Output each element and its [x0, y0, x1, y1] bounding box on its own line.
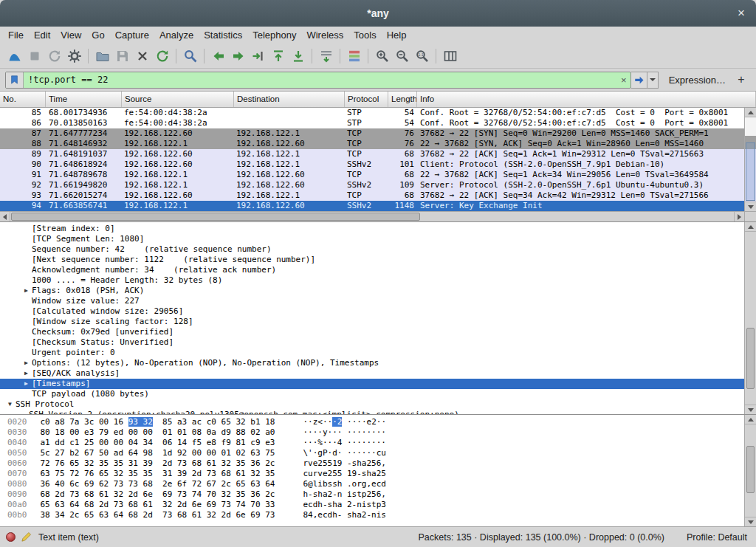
capture-options-button[interactable]: [64, 46, 84, 66]
expander-icon[interactable]: ▶: [21, 368, 32, 379]
menu-edit[interactable]: Edit: [29, 28, 55, 42]
detail-line[interactable]: [Stream index: 0]: [0, 224, 756, 234]
close-button[interactable]: ×: [733, 5, 749, 21]
go-forward-button[interactable]: [228, 46, 248, 66]
column-header-source[interactable]: Source: [122, 92, 234, 107]
detail-line[interactable]: TCP payload (1080 bytes): [0, 389, 756, 399]
filter-bookmark-button[interactable]: [6, 72, 24, 88]
zoom-original-button[interactable]: 1:1: [412, 46, 432, 66]
annotation-button[interactable]: [21, 531, 32, 543]
close-file-button[interactable]: [132, 46, 152, 66]
scrollbar-thumb[interactable]: [746, 142, 755, 201]
detail-line[interactable]: [Window size scaling factor: 128]: [0, 317, 756, 327]
packet-row[interactable]: 8971.648191037192.168.122.60192.168.122.…: [0, 149, 756, 159]
go-to-packet-button[interactable]: [248, 46, 268, 66]
filter-dropdown-button[interactable]: [647, 72, 659, 89]
hex-line[interactable]: 0020c0 a8 7a 3c 00 16 93 32 85 a3 ac c0 …: [0, 417, 756, 427]
detail-line[interactable]: Checksum: 0x79ed [unverified]: [0, 327, 756, 337]
go-first-button[interactable]: [268, 46, 288, 66]
packet-row[interactable]: 9171.648789678192.168.122.1192.168.122.6…: [0, 170, 756, 180]
go-last-button[interactable]: [288, 46, 308, 66]
scroll-down-arrow[interactable]: [745, 405, 756, 414]
scroll-up-arrow[interactable]: [745, 415, 756, 424]
packet-row-selected[interactable]: 9471.663856741192.168.122.1192.168.122.6…: [0, 201, 756, 211]
packet-row[interactable]: 9371.662015274192.168.122.60192.168.122.…: [0, 190, 756, 201]
packet-list-scrollbar[interactable]: [744, 108, 756, 211]
packet-row[interactable]: 8568.001734936fe:54:00:d4:38:2aSTP54Conf…: [0, 108, 756, 118]
menu-wireless[interactable]: Wireless: [301, 28, 348, 42]
detail-line[interactable]: Acknowledgment number: 34 (relative ack …: [0, 265, 756, 275]
column-header-length[interactable]: Length: [388, 92, 417, 107]
detail-line-seq-ack[interactable]: ▶[SEQ/ACK analysis]: [0, 368, 756, 379]
menu-telephony[interactable]: Telephony: [247, 28, 301, 42]
detail-line-ssh-protocol[interactable]: ▼SSH Protocol: [0, 399, 756, 410]
reload-button[interactable]: [152, 46, 172, 66]
open-file-button[interactable]: [92, 46, 112, 66]
packet-row[interactable]: 8771.647777234192.168.122.60192.168.122.…: [0, 128, 756, 139]
column-header-protocol[interactable]: Protocol: [345, 92, 388, 107]
add-filter-button[interactable]: +: [733, 72, 749, 88]
hex-scrollbar[interactable]: [744, 415, 756, 526]
hex-line[interactable]: 0040a1 dd c1 25 00 00 04 34 06 14 f5 e8 …: [0, 438, 756, 448]
expander-icon[interactable]: ▼: [4, 399, 16, 410]
expander-icon[interactable]: ▶: [21, 358, 32, 368]
column-header-info[interactable]: Info: [417, 92, 756, 107]
packet-row[interactable]: 9071.648618924192.168.122.60192.168.122.…: [0, 159, 756, 170]
detail-line[interactable]: [Calculated window size: 29056]: [0, 306, 756, 317]
expression-button[interactable]: Expression…: [659, 75, 733, 86]
save-file-button[interactable]: [112, 46, 132, 66]
restart-capture-button[interactable]: [44, 46, 64, 66]
detail-line[interactable]: [Next sequence number: 1122 (relative se…: [0, 255, 756, 265]
detail-line-options[interactable]: ▶Options: (12 bytes), No-Operation (NOP)…: [0, 358, 756, 368]
profile-label[interactable]: Profile: Default: [687, 532, 747, 543]
menu-analyze[interactable]: Analyze: [154, 28, 199, 42]
scrollbar-thumb[interactable]: [746, 328, 755, 389]
auto-scroll-button[interactable]: [316, 46, 336, 66]
scroll-up-arrow[interactable]: [745, 222, 756, 232]
menu-tools[interactable]: Tools: [348, 28, 381, 42]
expander-icon[interactable]: ▶: [21, 286, 32, 296]
detail-line-flags[interactable]: ▶Flags: 0x018 (PSH, ACK): [0, 286, 756, 296]
menu-view[interactable]: View: [55, 28, 86, 42]
hex-line[interactable]: 003080 18 00 e3 79 ed 00 00 01 01 08 0a …: [0, 427, 756, 438]
scrollbar-thumb[interactable]: [746, 446, 755, 492]
hex-line[interactable]: 00a065 63 64 68 2d 73 68 61 32 2d 6e 69 …: [0, 500, 756, 510]
detail-line[interactable]: Urgent pointer: 0: [0, 348, 756, 358]
filter-input[interactable]: [24, 72, 617, 88]
detail-line[interactable]: Window size value: 227: [0, 296, 756, 306]
stop-capture-button[interactable]: [24, 46, 44, 66]
detail-line[interactable]: Sequence number: 42 (relative sequence n…: [0, 244, 756, 255]
menu-capture[interactable]: Capture: [110, 28, 154, 42]
find-packet-button[interactable]: [180, 46, 200, 66]
scroll-up-arrow[interactable]: [745, 108, 756, 117]
column-header-no[interactable]: No.: [0, 92, 46, 107]
filter-apply-button[interactable]: [631, 72, 647, 89]
scroll-down-arrow[interactable]: [745, 517, 756, 526]
filter-clear-button[interactable]: ×: [617, 72, 630, 88]
hex-line[interactable]: 008036 40 6c 69 62 73 73 68 2e 6f 72 67 …: [0, 479, 756, 489]
column-header-time[interactable]: Time: [46, 92, 122, 107]
menu-file[interactable]: File: [3, 28, 29, 42]
details-scrollbar[interactable]: [744, 222, 756, 414]
start-capture-button[interactable]: [4, 46, 24, 66]
menu-help[interactable]: Help: [382, 28, 412, 42]
go-back-button[interactable]: [208, 46, 228, 66]
detail-line[interactable]: [TCP Segment Len: 1080]: [0, 234, 756, 244]
hex-line[interactable]: 007063 75 72 76 65 32 35 35 31 39 2d 73 …: [0, 469, 756, 479]
expert-info-button[interactable]: [6, 532, 16, 542]
colorize-button[interactable]: [344, 46, 364, 66]
expander-icon[interactable]: ▶: [21, 379, 32, 389]
resize-columns-button[interactable]: [440, 46, 460, 66]
column-header-destination[interactable]: Destination: [234, 92, 345, 107]
hex-line[interactable]: 00b038 34 2c 65 63 64 68 2d 73 68 61 32 …: [0, 510, 756, 520]
packet-row[interactable]: 8670.013850163fe:54:00:d4:38:2aSTP54Conf…: [0, 118, 756, 128]
hex-line[interactable]: 00505c 27 b2 67 50 ad 64 98 1d 92 00 00 …: [0, 448, 756, 458]
hscrollbar-thumb[interactable]: [11, 213, 420, 221]
menu-statistics[interactable]: Statistics: [199, 28, 247, 42]
detail-line[interactable]: 1000 .... = Header Length: 32 bytes (8): [0, 275, 756, 286]
menu-go[interactable]: Go: [86, 28, 109, 42]
detail-line[interactable]: [Checksum Status: Unverified]: [0, 337, 756, 348]
zoom-in-button[interactable]: [372, 46, 392, 66]
packet-row[interactable]: 9271.661949820192.168.122.1192.168.122.6…: [0, 180, 756, 190]
detail-line-timestamps-selected[interactable]: ▶[Timestamps]: [0, 379, 756, 389]
